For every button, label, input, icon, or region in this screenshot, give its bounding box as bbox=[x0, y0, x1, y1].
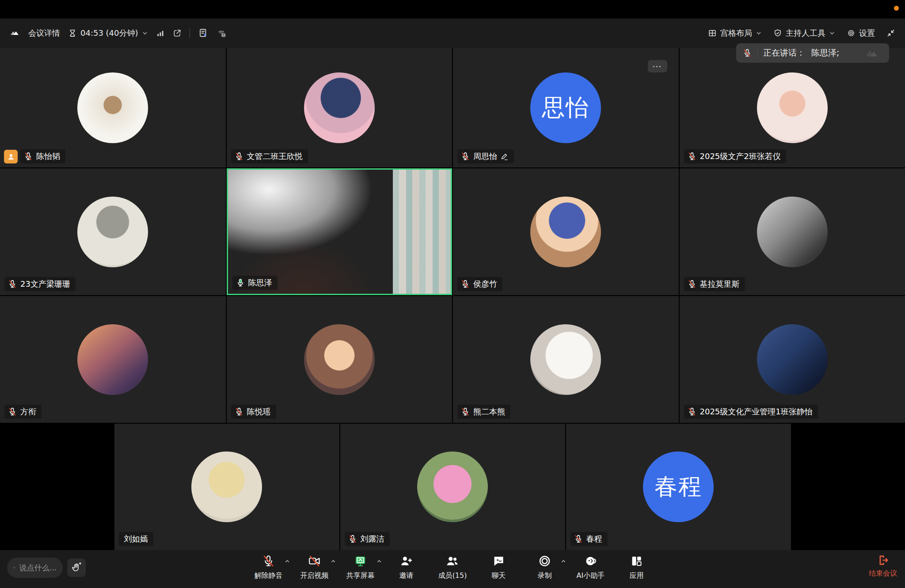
tile-liulujie[interactable]: 刘露洁 bbox=[340, 424, 565, 550]
name-label: 熊二本熊 bbox=[457, 405, 510, 419]
meeting-details-button[interactable]: 会议详情 bbox=[28, 28, 60, 38]
layout-switch-button[interactable]: 宫格布局 bbox=[708, 28, 762, 38]
tile-chuncheng[interactable]: 春程 春程 bbox=[566, 424, 791, 550]
action-label: 录制 bbox=[537, 571, 551, 580]
main-actions: 解除静音 开启视频 共享屏幕 邀请 成员(15) bbox=[255, 554, 651, 580]
mic-muted-icon bbox=[8, 279, 17, 289]
tile-zhangruoyi[interactable]: 2025级文产2班张若仪 bbox=[680, 48, 905, 167]
quick-chat-input[interactable]: 说点什么... bbox=[7, 558, 63, 578]
invite-button[interactable]: 邀请 bbox=[392, 554, 421, 580]
action-label: 解除静音 bbox=[255, 571, 283, 580]
tile-liuruyan[interactable]: 刘如嫣 bbox=[114, 424, 339, 550]
avatar bbox=[304, 324, 375, 395]
grid-layout-icon bbox=[708, 29, 717, 38]
members-icon bbox=[446, 554, 459, 568]
settings-button[interactable]: 设置 bbox=[847, 28, 875, 38]
mic-muted-icon bbox=[687, 152, 697, 161]
edit-name-icon[interactable] bbox=[500, 152, 509, 161]
avatar bbox=[530, 324, 601, 395]
name-label: 陈怡韬 bbox=[20, 149, 65, 163]
avatar bbox=[77, 72, 148, 143]
person-badge-icon bbox=[4, 150, 18, 163]
record-button[interactable]: 录制 bbox=[530, 554, 559, 580]
mic-muted-icon bbox=[687, 407, 697, 417]
start-video-button[interactable]: 开启视频 bbox=[300, 554, 329, 580]
chevron-up-icon[interactable] bbox=[376, 558, 382, 564]
invite-icon bbox=[400, 554, 413, 568]
participant-name: 周思怡 bbox=[473, 151, 497, 162]
tile-chenyitao[interactable]: 陈怡韬 bbox=[0, 48, 226, 167]
tile-zhangjingyi[interactable]: 2025级文化产业管理1班张静怡 bbox=[680, 296, 905, 423]
chevron-up-icon[interactable] bbox=[331, 558, 336, 564]
apps-button[interactable]: 应用 bbox=[622, 554, 650, 580]
members-button[interactable]: 成员(15) bbox=[438, 554, 467, 580]
tile-houyanzhu[interactable]: 侯彦竹 bbox=[453, 168, 679, 295]
participant-name: 刘如嫣 bbox=[124, 534, 148, 544]
hourglass-icon bbox=[68, 29, 77, 38]
participant-name: 2025级文产2班张若仪 bbox=[700, 151, 781, 162]
raise-hand-icon bbox=[71, 562, 82, 573]
tile-chenyueyao[interactable]: 陈悦瑶 bbox=[227, 296, 452, 423]
timer-label: 04:53 (40分钟) bbox=[80, 28, 138, 38]
exit-fullscreen-button[interactable] bbox=[886, 29, 895, 38]
app-logo-icon bbox=[10, 28, 20, 38]
shield-check-icon bbox=[773, 29, 782, 38]
action-label: AI小助手 bbox=[577, 571, 605, 580]
participant-name: 基拉莫里斯 bbox=[700, 279, 740, 289]
chat-button[interactable]: 聊天 bbox=[484, 554, 513, 580]
participant-name: 方衔 bbox=[20, 406, 36, 417]
tile-liangshanshan[interactable]: 23文产梁珊珊 bbox=[0, 168, 226, 295]
action-label: 应用 bbox=[629, 571, 643, 580]
tile-jilamolisi[interactable]: 基拉莫里斯 bbox=[680, 168, 905, 295]
name-label: 周思怡 bbox=[457, 149, 514, 163]
name-label: 侯彦竹 bbox=[457, 277, 502, 291]
avatar bbox=[417, 451, 488, 522]
chevron-up-icon[interactable] bbox=[285, 558, 290, 564]
record-icon bbox=[538, 554, 551, 568]
raise-hand-button[interactable] bbox=[67, 558, 86, 577]
meeting-timer[interactable]: 04:53 (40分钟) bbox=[68, 28, 148, 38]
tile-xiongerbenxiong[interactable]: 熊二本熊 bbox=[453, 296, 679, 423]
tile-zhousiyi[interactable]: 思怡 ⋯ 周思怡 bbox=[453, 48, 679, 167]
end-meeting-icon bbox=[876, 554, 890, 567]
system-menubar bbox=[0, 0, 905, 19]
name-label: 文管二班王欣悦 bbox=[231, 149, 308, 163]
name-label: 2025级文化产业管理1班张静怡 bbox=[684, 405, 818, 419]
mic-muted-icon bbox=[742, 48, 752, 58]
participant-name: 2025级文化产业管理1班张静怡 bbox=[700, 406, 813, 417]
host-tools-button[interactable]: 主持人工具 bbox=[773, 28, 835, 38]
mic-muted-icon bbox=[23, 152, 33, 161]
chevron-up-icon[interactable] bbox=[560, 558, 566, 564]
avatar bbox=[191, 451, 262, 522]
participant-name: 陈悦瑶 bbox=[247, 406, 271, 417]
avatar bbox=[77, 324, 148, 395]
ai-assistant-button[interactable]: AI小助手 bbox=[576, 554, 605, 580]
action-label: 共享屏幕 bbox=[346, 571, 375, 580]
captions-icon[interactable]: T bbox=[217, 28, 227, 38]
name-label: 刘露洁 bbox=[345, 532, 390, 546]
tile-chensize-video[interactable]: 陈思泽 bbox=[227, 168, 452, 295]
action-label: 开启视频 bbox=[300, 571, 329, 580]
more-options-button[interactable]: ⋯ bbox=[648, 60, 667, 72]
avatar bbox=[757, 197, 828, 267]
participant-name: 文管二班王欣悦 bbox=[247, 151, 303, 162]
video-curtain bbox=[393, 170, 451, 294]
tile-wangxinyue[interactable]: 文管二班王欣悦 bbox=[227, 48, 452, 167]
end-meeting-label: 结束会议 bbox=[869, 569, 897, 578]
name-label: 刘如嫣 bbox=[119, 532, 153, 546]
participant-name: 陈怡韬 bbox=[36, 151, 60, 162]
layout-label: 宫格布局 bbox=[720, 28, 752, 38]
speaking-label: 正在讲话： bbox=[763, 47, 805, 59]
tile-fangxian[interactable]: 方衔 bbox=[0, 296, 226, 423]
name-label: 2025级文产2班张若仪 bbox=[684, 149, 786, 163]
end-meeting-button[interactable]: 结束会议 bbox=[869, 554, 897, 578]
open-external-icon[interactable] bbox=[173, 29, 182, 38]
ai-notes-icon[interactable] bbox=[198, 28, 209, 38]
mic-muted-icon bbox=[460, 279, 470, 289]
mic-muted-icon bbox=[348, 534, 357, 544]
network-quality-icon[interactable] bbox=[156, 29, 165, 38]
unmute-button[interactable]: 解除静音 bbox=[255, 554, 283, 580]
camera-off-icon bbox=[308, 554, 321, 568]
avatar bbox=[530, 197, 601, 267]
share-screen-button[interactable]: 共享屏幕 bbox=[346, 554, 375, 580]
